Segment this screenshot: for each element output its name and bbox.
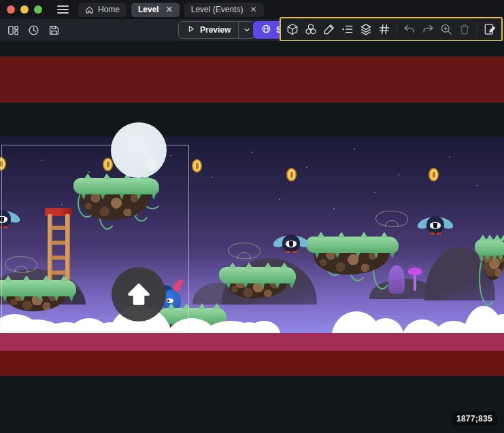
close-tab-icon[interactable]: ✕: [166, 5, 173, 14]
tab-bar: Home Level ✕ Level (Events) ✕: [78, 3, 264, 17]
moon-circle[interactable]: [111, 122, 167, 178]
star: [279, 198, 280, 200]
mushroom-stem[interactable]: [414, 273, 416, 291]
globe-icon: [261, 24, 271, 36]
grass-tuft: [245, 262, 253, 269]
close-tab-icon[interactable]: ✕: [250, 5, 256, 14]
bat-eye: [430, 222, 441, 229]
bat-claws: [286, 251, 290, 253]
coin[interactable]: [192, 159, 202, 173]
sketch-outline-decoration[interactable]: [375, 211, 408, 227]
tab-home[interactable]: Home: [78, 3, 127, 17]
close-window-button[interactable]: [7, 5, 15, 14]
grass-tuft: [229, 262, 237, 269]
star: [374, 192, 375, 193]
tab-level-events[interactable]: Level (Events) ✕: [184, 3, 264, 17]
delete-icon[interactable]: [457, 22, 472, 37]
top-lava-band[interactable]: [0, 56, 504, 103]
grass-tuft: [213, 303, 221, 309]
star: [449, 156, 450, 158]
grass-tuft: [280, 262, 288, 269]
coin[interactable]: [429, 168, 439, 181]
star: [354, 148, 355, 150]
object-groups-icon[interactable]: [303, 22, 318, 37]
title-bar: Home Level ✕ Level (Events) ✕: [0, 0, 504, 19]
grid-icon[interactable]: [377, 22, 392, 37]
preview-button[interactable]: Preview: [178, 21, 256, 39]
star: [306, 167, 307, 168]
highlighted-tools-group: [280, 17, 503, 41]
grass-tuft: [380, 232, 388, 238]
coin[interactable]: [286, 168, 297, 181]
maximize-window-button[interactable]: [34, 5, 42, 14]
toolbar: Preview Share: [0, 19, 504, 41]
layers-icon[interactable]: [358, 22, 373, 37]
bat-claws: [292, 251, 297, 253]
grass-tuft: [264, 262, 272, 269]
edit-scene-properties-icon[interactable]: [482, 22, 497, 37]
jump-arrow-button[interactable]: [112, 267, 166, 322]
bat-eye: [286, 241, 297, 247]
ground-pink-band[interactable]: [0, 333, 504, 351]
project-manager-icon[interactable]: [5, 22, 21, 38]
grass-tuft: [500, 235, 504, 241]
cursor-coordinates-badge: 1877;835: [452, 412, 497, 426]
preview-button-main[interactable]: Preview: [179, 22, 238, 38]
home-icon: [85, 5, 94, 14]
minimize-window-button[interactable]: [20, 5, 29, 14]
bat-claws: [430, 232, 435, 235]
edit-pencil-icon[interactable]: [322, 22, 337, 37]
platform-grass[interactable]: [475, 239, 504, 256]
grass-tuft: [337, 232, 346, 238]
star: [333, 208, 335, 209]
preview-label: Preview: [200, 25, 231, 35]
zoom-in-icon[interactable]: [439, 22, 454, 37]
save-icon[interactable]: [46, 22, 62, 38]
play-icon: [186, 24, 195, 35]
mushroom-cap[interactable]: [408, 268, 422, 275]
tab-label: Home: [98, 5, 120, 14]
divider: [397, 22, 397, 36]
platform-grass[interactable]: [306, 237, 399, 253]
tab-label: Level (Events): [191, 5, 243, 14]
scene-editor-canvas[interactable]: 1877;835: [0, 41, 504, 433]
star: [252, 152, 253, 153]
tab-label: Level: [138, 5, 159, 14]
hamburger-menu-icon[interactable]: [57, 5, 69, 14]
bat-claws: [437, 232, 441, 235]
ground-red-band[interactable]: [0, 351, 504, 376]
undo-icon[interactable]: [402, 22, 417, 37]
star: [211, 177, 212, 178]
star: [476, 185, 477, 186]
chevron-down-icon: [243, 26, 251, 34]
grass-tuft: [317, 232, 325, 238]
divider: [477, 22, 477, 36]
toolbar-left-icons: [5, 19, 62, 41]
grass-tuft: [360, 232, 368, 238]
instances-list-icon[interactable]: [340, 22, 355, 37]
platform-grass[interactable]: [219, 267, 296, 283]
star: [398, 174, 399, 175]
objects-panel-icon[interactable]: [285, 22, 300, 37]
redo-icon[interactable]: [420, 22, 435, 37]
tab-level[interactable]: Level ✕: [131, 3, 180, 17]
sketch-outline-decoration[interactable]: [228, 243, 261, 259]
grass-tuft: [198, 303, 206, 309]
history-icon[interactable]: [26, 22, 41, 38]
